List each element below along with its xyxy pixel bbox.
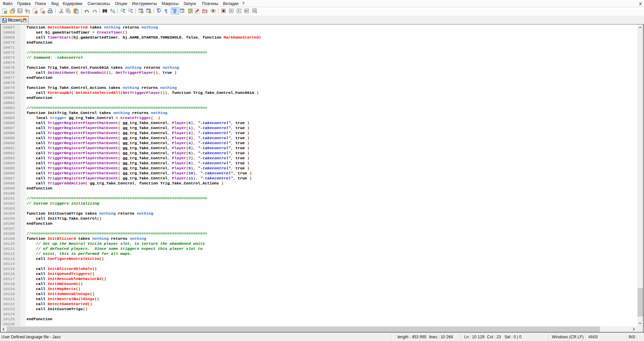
svg-text:¶: ¶ — [164, 8, 167, 14]
svg-text:b: b — [110, 8, 112, 12]
